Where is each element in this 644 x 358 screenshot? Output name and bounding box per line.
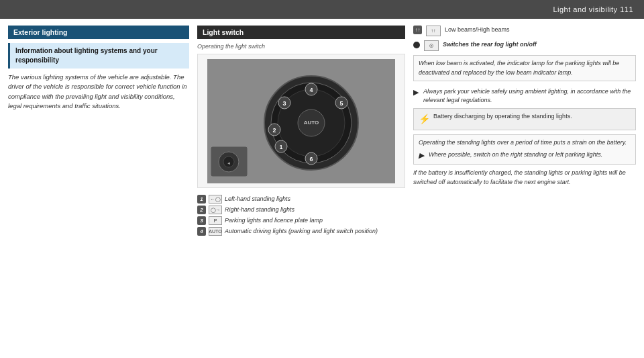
diagram-label: Operating the light switch <box>197 43 405 50</box>
operating-text: Operating the standing lights over a per… <box>419 139 627 146</box>
legend-icon-2: ◯→ <box>209 206 222 214</box>
legend-num-2: 2 <box>197 206 206 214</box>
right-icon-1: ↑↑ <box>413 26 422 34</box>
svg-text:6: 6 <box>309 156 313 163</box>
beam-icon-box: ↑↑ <box>426 26 441 36</box>
right-column: ↑↑ ↑↑ Low beams/High beams ◎ Switches th… <box>413 26 636 351</box>
note-text: Battery discharging by operating the sta… <box>433 112 572 122</box>
row1-label: Low beams/High beams <box>445 26 510 34</box>
sub-arrow-icon: ▶ <box>419 150 424 161</box>
svg-text:AUTO: AUTO <box>304 120 319 126</box>
light-switch-header: Light switch <box>197 26 405 39</box>
svg-text:3: 3 <box>282 100 286 107</box>
legend-item-3: 3 P Parking lights and licence plate lam… <box>197 216 405 225</box>
legend-item-2: 2 ◯→ Right-hand standing lights <box>197 206 405 214</box>
svg-text:2: 2 <box>272 127 276 134</box>
exterior-lighting-header: Exterior lighting <box>8 26 189 39</box>
legend-num-1: 1 <box>197 195 206 204</box>
right-row-1: ↑↑ ↑↑ Low beams/High beams <box>413 26 636 36</box>
legend-item-1: 1 ←◯ Left-hand standing lights <box>197 195 405 204</box>
light-switch-diagram: 1 2 3 4 5 AUTO <box>197 54 405 188</box>
arrow-icon: ▶ <box>413 87 419 97</box>
main-content: Exterior lighting Information about ligh… <box>0 19 644 358</box>
legend-icon-4: AUTO <box>209 227 222 236</box>
fog-icon-box: ◎ <box>424 40 439 51</box>
svg-text:1: 1 <box>279 144 282 150</box>
legend-item-4: 4 AUTO Automatic driving lights (parking… <box>197 227 405 236</box>
legend-text-3: Parking lights and licence plate lamp <box>225 216 323 225</box>
sub-arrow-text: Where possible, switch on the right stan… <box>429 150 602 159</box>
warning-box: When low beam is activated, the indicato… <box>413 55 636 81</box>
arrow-note: ▶ Always park your vehicle safely using … <box>413 87 636 104</box>
right-row-2: ◎ Switches the rear fog light on/off <box>413 40 636 51</box>
final-text: If the battery is insufficiently charged… <box>413 169 636 187</box>
battery-note-box: ⚡ Battery discharging by operating the s… <box>413 108 636 130</box>
legend-icon-1: ←◯ <box>209 195 222 204</box>
warning-text: When low beam is activated, the indicato… <box>419 60 619 76</box>
note-icon: ⚡ <box>419 112 430 126</box>
legend-list: 1 ←◯ Left-hand standing lights 2 ◯→ Righ… <box>197 195 405 236</box>
legend-text-2: Right-hand standing lights <box>225 206 294 214</box>
svg-text:5: 5 <box>339 100 343 107</box>
sub-arrow-note: ▶ Where possible, switch on the right st… <box>419 150 631 161</box>
legend-num-4: 4 <box>197 227 206 236</box>
middle-column: Light switch Operating the light switch … <box>197 26 405 351</box>
row2-label: Switches the rear fog light on/off <box>443 40 537 49</box>
legend-icon-3: P <box>209 216 222 225</box>
operating-box: Operating the standing lights over a per… <box>413 134 636 165</box>
legend-text-1: Left-hand standing lights <box>225 195 290 204</box>
svg-text:◄: ◄ <box>227 161 231 165</box>
page-title: Light and visibility 111 <box>553 5 633 13</box>
legend-num-3: 3 <box>197 216 206 225</box>
circle-dot <box>413 42 420 48</box>
dial-svg: 1 2 3 4 5 AUTO <box>207 59 395 183</box>
info-box: Information about lighting systems and y… <box>8 43 189 69</box>
left-column: Exterior lighting Information about ligh… <box>8 26 189 351</box>
arrow-text: Always park your vehicle safely using am… <box>423 87 636 104</box>
legend-text-4: Automatic driving lights (parking and li… <box>225 227 378 236</box>
svg-text:4: 4 <box>309 87 313 93</box>
top-bar: Light and visibility 111 <box>0 0 644 19</box>
left-body-text: The various lighting systems of the vehi… <box>8 73 189 111</box>
